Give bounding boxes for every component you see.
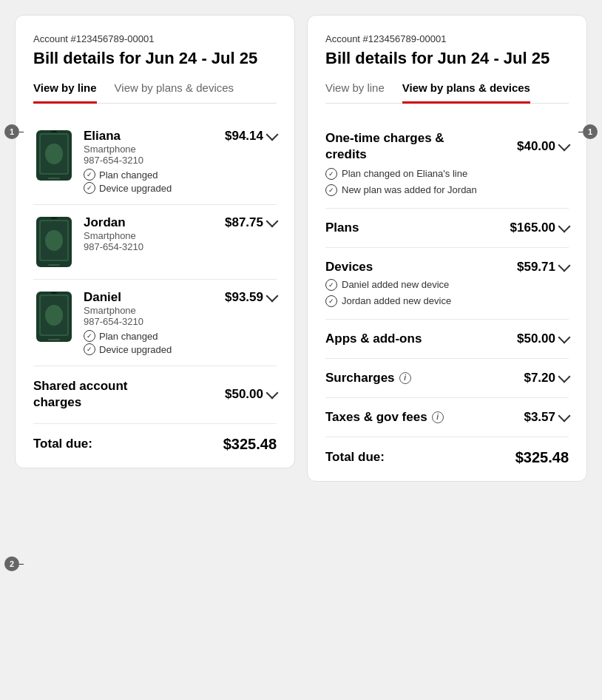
category-surcharges: Surcharges i $7.20 xyxy=(325,359,569,398)
check-icon xyxy=(84,182,95,194)
line-number-jordan: 987-654-3210 xyxy=(84,241,216,252)
category-row-apps[interactable]: Apps & add-ons $50.00 xyxy=(325,332,569,346)
category-amount-apps: $50.00 xyxy=(517,332,569,346)
phone-image-daniel xyxy=(33,290,75,343)
right-total-row: Total due: $325.48 xyxy=(325,437,569,466)
line-item-eliana: Eliana Smartphone 987-654-3210 Plan chan… xyxy=(33,118,277,205)
sub-item-one-time-1: New plan was added for Jordan xyxy=(325,184,569,196)
badge-1-right: 1 xyxy=(583,124,598,139)
category-taxes: Taxes & gov fees i $3.57 xyxy=(325,398,569,437)
left-account-number: Account #123456789-00001 xyxy=(33,33,277,44)
right-total-label: Total due: xyxy=(325,450,385,465)
check-icon xyxy=(325,279,337,291)
left-total-row: Total due: $325.48 xyxy=(33,424,277,453)
phone-image-eliana xyxy=(33,129,75,182)
left-bill-title: Bill details for Jun 24 - Jul 25 xyxy=(33,49,277,68)
left-total-amount: $325.48 xyxy=(223,436,277,453)
line-type-eliana: Smartphone xyxy=(84,144,216,155)
right-total-amount: $325.48 xyxy=(515,449,569,466)
chevron-icon-one-time xyxy=(558,139,571,152)
category-label-plans: Plans xyxy=(325,221,359,235)
chevron-icon-eliana xyxy=(266,129,279,141)
category-amount-taxes: $3.57 xyxy=(524,410,569,425)
line-amount-eliana[interactable]: $94.14 xyxy=(225,129,277,144)
badge-2-left: 2 xyxy=(4,556,19,571)
svg-rect-17 xyxy=(51,292,57,294)
line-change-device-eliana: Device upgraded xyxy=(84,182,216,194)
svg-rect-16 xyxy=(48,339,60,340)
tab-view-by-line-right[interactable]: View by line xyxy=(325,81,385,104)
category-apps: Apps & add-ons $50.00 xyxy=(325,320,569,359)
category-one-time: One-time charges & credits $40.00 Plan c… xyxy=(325,118,569,208)
svg-rect-10 xyxy=(48,264,60,266)
category-row-devices[interactable]: Devices $59.71 xyxy=(325,260,569,275)
category-label-one-time: One-time charges & credits xyxy=(325,130,488,163)
line-amount-daniel[interactable]: $93.59 xyxy=(225,290,277,305)
check-icon xyxy=(325,168,337,180)
category-devices: Devices $59.71 Daniel added new device J… xyxy=(325,248,569,320)
badge-1-left: 1 xyxy=(4,124,19,139)
category-label-surcharges: Surcharges i xyxy=(325,371,411,386)
tab-view-by-line-left[interactable]: View by line xyxy=(33,81,97,104)
line-name-daniel: Daniel xyxy=(84,290,216,305)
category-row-one-time[interactable]: One-time charges & credits $40.00 xyxy=(325,130,569,163)
line-type-daniel: Smartphone xyxy=(84,305,216,316)
category-row-plans[interactable]: Plans $165.00 xyxy=(325,221,569,235)
right-tabs: View by line View by plans & devices xyxy=(325,81,569,104)
sub-item-devices-0: Daniel added new device xyxy=(325,279,569,291)
svg-rect-11 xyxy=(51,218,57,219)
chevron-icon-jordan xyxy=(266,215,279,228)
chevron-icon-devices xyxy=(558,259,571,272)
category-row-taxes[interactable]: Taxes & gov fees i $3.57 xyxy=(325,410,569,425)
chevron-icon-surcharges xyxy=(558,370,571,383)
right-account-number: Account #123456789-00001 xyxy=(325,33,569,44)
category-label-devices: Devices xyxy=(325,260,373,275)
check-icon xyxy=(84,169,95,181)
line-amount-jordan[interactable]: $87.75 xyxy=(225,215,277,230)
line-name-eliana: Eliana xyxy=(84,129,216,144)
shared-charges-section: Shared account charges $50.00 xyxy=(33,366,277,423)
line-number-eliana: 987-654-3210 xyxy=(84,155,216,166)
line-info-daniel: Daniel Smartphone 987-654-3210 Plan chan… xyxy=(84,290,216,355)
category-row-surcharges[interactable]: Surcharges i $7.20 xyxy=(325,371,569,386)
left-panel: Account #123456789-00001 Bill details fo… xyxy=(15,15,295,468)
tab-view-by-plans-right[interactable]: View by plans & devices xyxy=(402,81,530,104)
sub-item-one-time-0: Plan changed on Eliana's line xyxy=(325,168,569,180)
line-name-jordan: Jordan xyxy=(84,215,216,230)
line-type-jordan: Smartphone xyxy=(84,230,216,241)
right-panel: Account #123456789-00001 Bill details fo… xyxy=(307,15,587,482)
info-icon-surcharges[interactable]: i xyxy=(399,372,411,384)
category-amount-plans: $165.00 xyxy=(510,221,569,235)
line-change-device-daniel: Device upgraded xyxy=(84,343,216,355)
svg-rect-5 xyxy=(51,131,57,132)
line-info-eliana: Eliana Smartphone 987-654-3210 Plan chan… xyxy=(84,129,216,194)
category-amount-one-time: $40.00 xyxy=(517,139,569,154)
check-icon xyxy=(325,295,337,307)
category-amount-devices: $59.71 xyxy=(517,260,569,275)
svg-point-15 xyxy=(45,305,63,326)
left-tabs: View by line View by plans & devices xyxy=(33,81,277,104)
sub-item-devices-1: Jordan added new device xyxy=(325,295,569,307)
category-label-apps: Apps & add-ons xyxy=(325,332,422,346)
shared-charges-label: Shared account charges xyxy=(33,378,152,411)
category-label-taxes: Taxes & gov fees i xyxy=(325,410,444,425)
svg-rect-4 xyxy=(48,178,60,179)
line-number-daniel: 987-654-3210 xyxy=(84,316,216,327)
tab-view-by-plans-left[interactable]: View by plans & devices xyxy=(115,81,234,104)
chevron-icon-daniel xyxy=(266,290,279,303)
check-icon xyxy=(325,184,337,196)
line-item-daniel: Daniel Smartphone 987-654-3210 Plan chan… xyxy=(33,280,277,366)
chevron-icon-apps xyxy=(558,331,571,343)
shared-charges-row[interactable]: Shared account charges $50.00 xyxy=(33,378,277,411)
line-info-jordan: Jordan Smartphone 987-654-3210 xyxy=(84,215,216,255)
info-icon-taxes[interactable]: i xyxy=(432,411,444,423)
category-amount-surcharges: $7.20 xyxy=(524,371,569,386)
check-icon xyxy=(84,330,95,342)
shared-charges-amount: $50.00 xyxy=(225,387,277,402)
line-change-plan-eliana: Plan changed xyxy=(84,169,216,181)
chevron-icon-plans xyxy=(558,220,571,232)
left-total-label: Total due: xyxy=(33,437,92,451)
right-bill-title: Bill details for Jun 24 - Jul 25 xyxy=(325,49,569,68)
category-plans: Plans $165.00 xyxy=(325,209,569,248)
phone-image-jordan xyxy=(33,215,75,269)
